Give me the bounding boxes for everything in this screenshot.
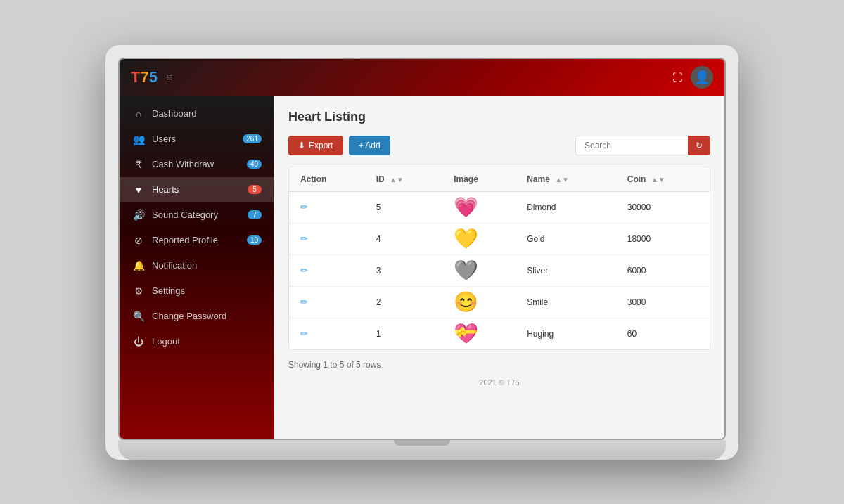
sidebar-item-hearts[interactable]: ♥ Hearts 5 (120, 177, 274, 202)
table-row: ✏ 4 💛 Gold 18000 (289, 223, 710, 254)
heart-image: 💝 (454, 323, 478, 344)
avatar-icon: 👤 (694, 70, 710, 85)
table-row: ✏ 3 🩶 Sliver 6000 (289, 254, 710, 286)
sidebar-label-users: Users (152, 134, 236, 144)
cell-image: 💝 (442, 318, 516, 349)
menu-toggle-icon[interactable]: ≡ (166, 71, 172, 84)
cash-badge: 49 (247, 160, 262, 169)
sidebar-label-cash-withdraw: Cash Withdraw (152, 159, 240, 169)
sidebar-item-sound-category[interactable]: 🔊 Sound Category 7 (120, 202, 274, 228)
sidebar-item-cash-withdraw[interactable]: ₹ Cash Withdraw 49 (120, 152, 274, 177)
cell-id: 5 (365, 191, 442, 223)
sidebar-item-logout[interactable]: ⏻ Logout (120, 329, 274, 354)
cell-action: ✏ (289, 254, 365, 286)
sidebar-label-change-password: Change Password (152, 311, 262, 321)
cell-image: 💛 (442, 223, 516, 254)
name-sort-icon: ▲▼ (555, 176, 569, 183)
sidebar-item-change-password[interactable]: 🔍 Change Password (120, 304, 274, 329)
sidebar-item-reported-profile[interactable]: ⊘ Reported Profile 10 (120, 228, 274, 253)
users-icon: 👥 (132, 134, 145, 145)
sidebar-label-dashboard: Dashboard (152, 108, 262, 119)
dashboard-icon: ⌂ (132, 108, 145, 119)
app-header: T75 ≡ ⛶ 👤 (120, 59, 724, 96)
search-icon: ↻ (696, 141, 703, 150)
sound-icon: 🔊 (132, 209, 145, 221)
sidebar-item-settings[interactable]: ⚙ Settings (120, 278, 274, 304)
reported-badge: 10 (247, 235, 262, 245)
search-wrapper: ↻ (575, 136, 710, 155)
logo-7: 7 (140, 68, 148, 86)
table-header-row: Action ID ▲▼ Image Name ▲▼ Coin ▲▼ (289, 167, 710, 192)
app-logo: T75 (131, 68, 158, 86)
cell-id: 1 (365, 318, 442, 349)
hearts-icon: ♥ (132, 184, 145, 195)
cell-coin: 6000 (616, 254, 710, 286)
sidebar: ⌂ Dashboard 👥 Users 261 ₹ Cash Withdraw … (120, 96, 274, 439)
cell-coin: 3000 (616, 286, 710, 318)
sidebar-item-users[interactable]: 👥 Users 261 (120, 127, 274, 152)
col-name[interactable]: Name ▲▼ (516, 167, 616, 192)
laptop-screen: T75 ≡ ⛶ 👤 ⌂ (118, 58, 726, 440)
notification-icon: 🔔 (132, 260, 145, 271)
fullscreen-icon: ⛶ (672, 72, 682, 83)
edit-button[interactable]: ✏ (300, 328, 308, 339)
logout-icon: ⏻ (132, 336, 145, 347)
laptop-base (118, 440, 726, 460)
edit-button[interactable]: ✏ (300, 233, 308, 244)
hearts-table: Action ID ▲▼ Image Name ▲▼ Coin ▲▼ ✏ 5 (288, 167, 710, 350)
cell-coin: 18000 (616, 223, 710, 254)
table-row: ✏ 5 💗 Dimond 30000 (289, 191, 710, 223)
sound-badge: 7 (248, 210, 262, 219)
heart-image: 😊 (454, 291, 478, 313)
toolbar: ⬇ Export + Add ↻ (288, 136, 710, 155)
users-badge: 261 (243, 134, 262, 143)
search-input[interactable] (575, 136, 688, 155)
col-id[interactable]: ID ▲▼ (365, 167, 442, 192)
sidebar-label-hearts: Hearts (152, 184, 241, 195)
avatar[interactable]: 👤 (691, 66, 713, 89)
cell-action: ✏ (289, 286, 365, 318)
cell-id: 2 (365, 286, 442, 318)
export-button[interactable]: ⬇ Export (288, 136, 343, 155)
cell-name: Gold (516, 223, 616, 254)
cell-coin: 60 (616, 318, 710, 349)
cell-name: Sliver (516, 254, 616, 286)
fullscreen-button[interactable]: ⛶ (672, 72, 682, 83)
page-title: Heart Listing (288, 110, 710, 124)
id-sort-icon: ▲▼ (390, 176, 404, 183)
export-icon: ⬇ (298, 141, 305, 150)
sidebar-label-sound-category: Sound Category (152, 209, 241, 220)
footer-text: 2021 © T75 (288, 370, 710, 395)
logo-5: 5 (149, 68, 158, 86)
edit-button[interactable]: ✏ (300, 202, 308, 212)
edit-button[interactable]: ✏ (300, 297, 308, 307)
reported-icon: ⊘ (132, 235, 145, 246)
sidebar-label-settings: Settings (152, 285, 262, 296)
cell-image: 💗 (442, 191, 516, 223)
table-row: ✏ 2 😊 Smile 3000 (289, 286, 710, 318)
cell-image: 😊 (442, 286, 516, 318)
sidebar-label-notification: Notification (152, 260, 262, 271)
col-coin[interactable]: Coin ▲▼ (616, 167, 710, 192)
edit-button[interactable]: ✏ (300, 265, 308, 276)
cell-name: Huging (516, 318, 616, 349)
col-action: Action (289, 167, 365, 192)
heart-image: 💗 (454, 196, 478, 218)
export-label: Export (309, 141, 333, 150)
heart-image: 🩶 (454, 259, 478, 281)
sidebar-item-notification[interactable]: 🔔 Notification (120, 253, 274, 278)
sidebar-label-logout: Logout (152, 336, 262, 347)
cell-coin: 30000 (616, 191, 710, 223)
logo-t: T (131, 68, 140, 86)
col-image: Image (442, 167, 516, 192)
showing-text: Showing 1 to 5 of 5 rows (288, 360, 710, 370)
add-button[interactable]: + Add (349, 136, 390, 155)
sidebar-label-reported-profile: Reported Profile (152, 235, 240, 245)
coin-sort-icon: ▲▼ (651, 176, 665, 183)
cell-id: 3 (365, 254, 442, 286)
search-button[interactable]: ↻ (688, 136, 710, 155)
cell-action: ✏ (289, 191, 365, 223)
sidebar-item-dashboard[interactable]: ⌂ Dashboard (120, 101, 274, 127)
hearts-badge: 5 (248, 185, 262, 194)
heart-image: 💛 (454, 228, 478, 250)
